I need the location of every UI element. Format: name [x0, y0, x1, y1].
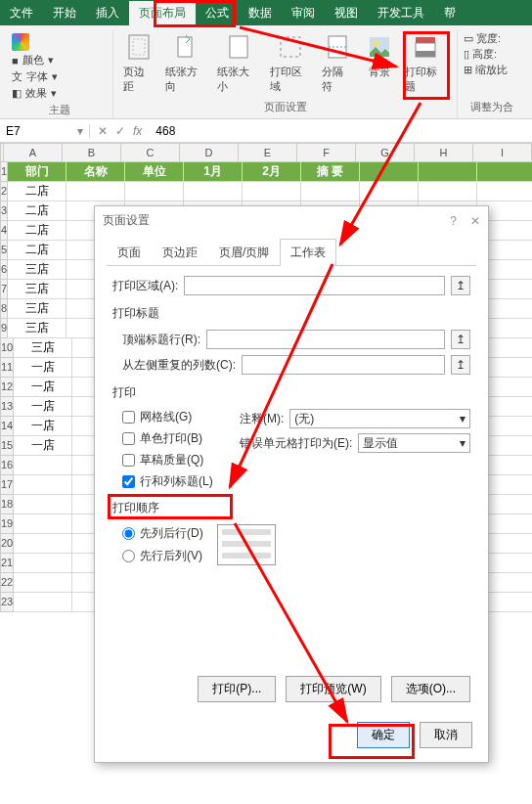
row-header[interactable]: 18: [0, 495, 14, 514]
row-header[interactable]: 8: [0, 299, 8, 319]
print-button[interactable]: 打印(P)...: [198, 676, 276, 702]
rowcol-headings-checkbox[interactable]: [122, 475, 135, 488]
menu-tab-4[interactable]: 公式: [196, 1, 239, 25]
cancel-icon[interactable]: ✕: [98, 124, 108, 138]
dialog-tab-3[interactable]: 工作表: [280, 239, 336, 266]
cell[interactable]: [184, 182, 243, 201]
theme-swatch-icon[interactable]: [12, 33, 29, 51]
top-rows-input[interactable]: [206, 330, 445, 349]
cell[interactable]: [477, 162, 532, 182]
ok-button[interactable]: 确定: [357, 722, 410, 748]
cell[interactable]: 二店: [8, 201, 66, 221]
cell[interactable]: [66, 182, 125, 201]
close-icon[interactable]: ✕: [470, 214, 480, 228]
enter-icon[interactable]: ✓: [115, 124, 125, 138]
cell[interactable]: [483, 397, 532, 417]
cell[interactable]: [243, 182, 301, 201]
col-header[interactable]: E: [239, 143, 297, 162]
cell[interactable]: [14, 573, 72, 593]
orientation-button[interactable]: 纸张方向: [161, 29, 211, 96]
cell[interactable]: [301, 182, 360, 201]
row-header[interactable]: 10: [0, 338, 14, 358]
cell[interactable]: 名称: [66, 162, 125, 182]
row-header[interactable]: 23: [0, 593, 14, 612]
cell[interactable]: 一店: [14, 397, 72, 417]
cell[interactable]: 摘 要: [301, 162, 360, 182]
cell[interactable]: 二店: [8, 182, 66, 201]
col-header[interactable]: G: [356, 143, 415, 162]
cell[interactable]: [14, 456, 72, 475]
cell[interactable]: 三店: [14, 338, 72, 358]
cell[interactable]: 一店: [14, 436, 72, 456]
cell[interactable]: 1月: [184, 162, 243, 182]
row-header[interactable]: 22: [0, 573, 14, 593]
menu-tab-6[interactable]: 审阅: [282, 1, 325, 25]
row-header[interactable]: 13: [0, 397, 14, 417]
menu-tab-9[interactable]: 帮: [434, 1, 466, 25]
collapse-icon[interactable]: ↥: [451, 276, 470, 295]
gridlines-checkbox[interactable]: [122, 411, 135, 424]
scale-width[interactable]: ▭ 宽度:: [464, 31, 520, 46]
name-box[interactable]: E7▾: [0, 124, 90, 138]
col-header[interactable]: I: [473, 143, 532, 162]
col-header[interactable]: C: [121, 143, 180, 162]
cell[interactable]: [14, 534, 72, 554]
collapse-icon[interactable]: ↥: [451, 330, 470, 349]
row-header[interactable]: 14: [0, 417, 14, 436]
row-header[interactable]: 7: [0, 280, 8, 299]
row-header[interactable]: 9: [0, 319, 8, 338]
cell[interactable]: 部门: [8, 162, 66, 182]
errors-select[interactable]: 显示值▾: [358, 433, 470, 453]
col-header[interactable]: F: [297, 143, 356, 162]
cell[interactable]: 单位: [125, 162, 184, 182]
order-down-radio[interactable]: [122, 527, 135, 540]
cell[interactable]: [483, 338, 532, 358]
help-icon[interactable]: ?: [450, 214, 457, 228]
size-button[interactable]: 纸张大小: [213, 29, 263, 96]
cell[interactable]: 三店: [8, 299, 66, 319]
colors-button[interactable]: ■颜色 ▾: [12, 53, 107, 67]
cell[interactable]: [477, 182, 532, 201]
breaks-button[interactable]: 分隔符: [318, 29, 358, 96]
print-area-input[interactable]: [184, 276, 445, 295]
row-header[interactable]: 5: [0, 241, 8, 260]
row-header[interactable]: 15: [0, 436, 14, 456]
menu-tab-8[interactable]: 开发工具: [368, 1, 434, 25]
row-header[interactable]: 21: [0, 554, 14, 573]
comments-select[interactable]: (无)▾: [289, 409, 470, 428]
cell[interactable]: [483, 417, 532, 436]
effects-button[interactable]: ◧效果 ▾: [12, 86, 107, 101]
formula-input[interactable]: 468: [150, 124, 532, 138]
print-area-button[interactable]: 打印区域: [266, 29, 316, 96]
cell[interactable]: [483, 358, 532, 378]
cell[interactable]: [360, 162, 419, 182]
row-header[interactable]: 12: [0, 378, 14, 397]
cell[interactable]: [483, 475, 532, 495]
left-cols-input[interactable]: [242, 355, 445, 375]
cell[interactable]: [360, 182, 419, 201]
cell[interactable]: 二店: [8, 221, 66, 241]
row-header[interactable]: 1: [0, 162, 8, 182]
cell[interactable]: 三店: [8, 319, 66, 338]
cell[interactable]: 二店: [8, 241, 66, 260]
background-button[interactable]: 背景: [360, 29, 399, 81]
menu-tab-1[interactable]: 开始: [43, 1, 86, 25]
fonts-button[interactable]: 文字体 ▾: [12, 69, 107, 84]
scale-ratio[interactable]: ⊞ 缩放比: [464, 63, 520, 77]
col-header[interactable]: H: [415, 143, 473, 162]
collapse-icon[interactable]: ↥: [451, 355, 470, 375]
cell[interactable]: [483, 534, 532, 554]
cell[interactable]: [14, 593, 72, 612]
cell[interactable]: [14, 495, 72, 514]
cell[interactable]: 一店: [14, 358, 72, 378]
col-header[interactable]: D: [180, 143, 239, 162]
draft-checkbox[interactable]: [122, 454, 135, 467]
preview-button[interactable]: 打印预览(W): [286, 676, 380, 702]
cell[interactable]: [14, 475, 72, 495]
cell[interactable]: [483, 378, 532, 397]
cell[interactable]: 三店: [8, 260, 66, 280]
cell[interactable]: [14, 554, 72, 573]
scale-height[interactable]: ▯ 高度:: [464, 47, 520, 62]
cell[interactable]: 三店: [8, 280, 66, 299]
row-header[interactable]: 20: [0, 534, 14, 554]
